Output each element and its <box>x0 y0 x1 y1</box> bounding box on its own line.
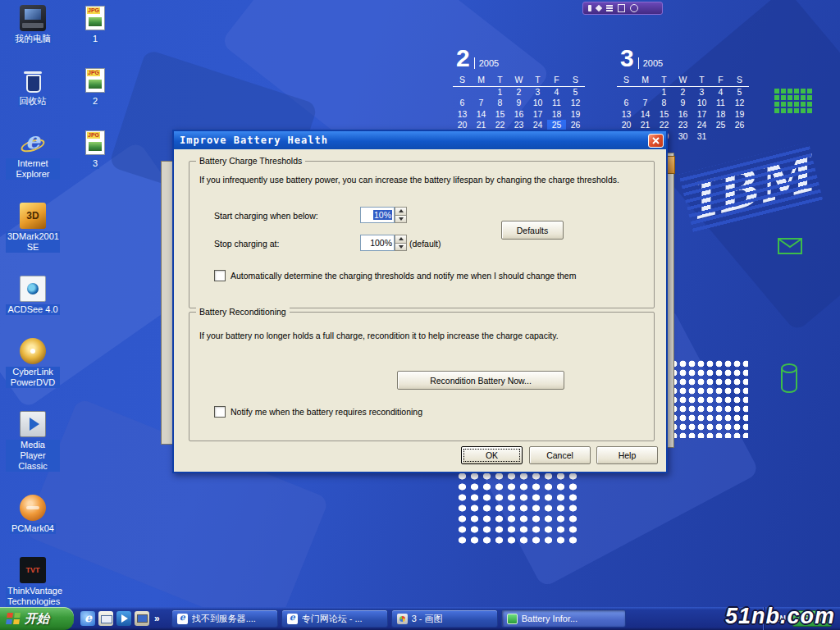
status-widget-bar[interactable] <box>582 2 663 15</box>
spinner-down-icon[interactable] <box>395 216 407 224</box>
calendar-day-header: M <box>472 74 491 87</box>
calendar-day-cell: 15 <box>491 109 509 120</box>
windows-flag-icon <box>6 613 21 625</box>
task-button[interactable]: 找不到服务器.... <box>171 609 278 628</box>
calendar-day-cell: 18 <box>547 109 566 120</box>
desktop-icon-powerdvd[interactable]: CyberLink PowerDVD <box>5 338 61 388</box>
task-button[interactable]: 专门网论坛 - ... <box>281 609 388 628</box>
desktop-icon-recycle[interactable]: 回收站 <box>5 67 61 107</box>
calendar-day-header: F <box>711 74 730 87</box>
calendar-day-cell: 1 <box>655 87 673 98</box>
dialog-titlebar[interactable]: Improve Battery Health <box>174 131 666 149</box>
calendar-day-header: T <box>655 74 673 87</box>
jpg-file-icon: JPG <box>85 130 105 155</box>
desktop-icon[interactable] <box>135 611 149 626</box>
start-button[interactable]: 开始 <box>0 607 74 630</box>
calendar-title: 22005 <box>456 43 585 71</box>
checkbox-label: Automatically determine the charging thr… <box>231 271 576 281</box>
media-icon[interactable] <box>116 611 131 626</box>
cancel-button[interactable]: Cancel <box>529 446 591 464</box>
calendar-day-header: S <box>566 74 585 87</box>
default-note: (default) <box>409 236 441 251</box>
calendar-day-cell: 12 <box>566 98 585 108</box>
close-button[interactable] <box>648 134 664 148</box>
widget-diamond-icon[interactable] <box>596 5 602 11</box>
desktop-icon-label: 3DMark2001 SE <box>6 231 60 253</box>
stop-threshold-spinner[interactable]: 100% <box>360 235 407 251</box>
calendar-day-cell: 13 <box>453 109 472 120</box>
desktop-icon-column: 我的电脑回收站Internet Explorer3DMark2001 SEACD… <box>5 5 61 607</box>
task-button[interactable]: 3 - 画图 <box>391 609 498 628</box>
checkbox-box[interactable] <box>214 270 226 281</box>
widget-phone-icon[interactable] <box>588 5 591 11</box>
battery-reconditioning-group: Battery Reconditioning If your battery n… <box>189 312 655 441</box>
group-title: Battery Charge Thresholds <box>196 156 305 166</box>
desktop-icon-acdsee[interactable]: ACDSee 4.0 <box>5 276 61 315</box>
desktop-icon-label: ACDSee 4.0 <box>6 304 59 315</box>
calendar-day-cell: 15 <box>655 109 673 120</box>
mail-icon[interactable] <box>98 611 113 626</box>
desktop-icon-3dmark[interactable]: 3DMark2001 SE <box>5 203 61 253</box>
spinner-up-icon[interactable] <box>395 235 407 244</box>
widget-clock-icon[interactable] <box>630 4 638 12</box>
checkbox-box[interactable] <box>214 406 226 418</box>
stop-threshold-value[interactable]: 100% <box>360 235 395 251</box>
spinner-down-icon[interactable] <box>395 244 407 252</box>
task-button[interactable]: Battery Infor... <box>501 609 626 628</box>
start-threshold-spinner[interactable]: 10% <box>360 207 407 223</box>
calendar-day-cell: 4 <box>547 87 566 98</box>
desktop-file-1[interactable]: JPG1 <box>72 5 118 44</box>
recondition-battery-button[interactable]: Recondition Battery Now... <box>397 371 564 390</box>
desktop-icon-mpc[interactable]: Media Player Classic <box>5 411 61 472</box>
desktop-icon-label: ThinkVantage Technologies <box>6 586 60 607</box>
spreadsheet-icon <box>774 89 812 116</box>
dialog-content: Battery Charge Thresholds If you infrequ… <box>174 149 666 472</box>
calendar-day-header: T <box>692 74 711 87</box>
start-threshold-value[interactable]: 10% <box>360 207 395 223</box>
ie-icon[interactable] <box>80 611 95 626</box>
calendar-day-cell: 8 <box>491 98 509 108</box>
ok-button[interactable]: OK <box>461 446 523 464</box>
notify-recondition-checkbox[interactable]: Notify me when the battery requires reco… <box>214 406 422 418</box>
battery-charge-thresholds-group: Battery Charge Thresholds If you infrequ… <box>189 161 655 308</box>
widget-bars-icon[interactable] <box>606 7 613 9</box>
battery-icon <box>507 614 518 624</box>
task-button-label: 找不到服务器.... <box>192 613 256 625</box>
desktop-file-3[interactable]: JPG3 <box>72 130 118 169</box>
ie-icon <box>20 130 46 156</box>
paint-icon <box>397 614 408 624</box>
calendar-month-2: 22005SMTWTFS1234567891011121314151617181… <box>453 43 585 142</box>
calendar-month-3: 32005SMTWTFS1234567891011121314151617181… <box>617 43 749 142</box>
calendar-day-cell: 12 <box>730 98 749 108</box>
desktop-file-2[interactable]: JPG2 <box>72 67 118 107</box>
calendar-day-cell: 9 <box>509 98 528 108</box>
jpg-thumbnail <box>89 80 102 89</box>
defaults-button[interactable]: Defaults <box>501 221 564 240</box>
jpg-thumbnail <box>89 17 102 26</box>
quick-launch-overflow[interactable]: » <box>153 613 162 624</box>
3dmark-icon <box>20 203 46 229</box>
calendar-day-header: F <box>547 74 566 87</box>
calendar-day-cell: 31 <box>692 131 711 142</box>
calendar-day-cell: 19 <box>566 109 585 120</box>
improve-battery-health-dialog: Improve Battery Health Battery Charge Th… <box>172 130 668 473</box>
help-button[interactable]: Help <box>596 446 658 464</box>
desktop-icon-label: 我的电脑 <box>13 34 52 44</box>
widget-window-icon[interactable] <box>618 4 625 12</box>
desktop-icon-pcmark[interactable]: PCMark04 <box>5 495 61 534</box>
background-window-edge[interactable] <box>161 161 173 445</box>
recycle-icon <box>20 67 46 94</box>
desktop-icon-ie[interactable]: Internet Explorer <box>5 130 61 180</box>
powerdvd-icon <box>20 338 46 364</box>
desktop-icon-computer[interactable]: 我的电脑 <box>5 5 61 44</box>
desktop-icon-thinkvantage[interactable]: ThinkVantage Technologies <box>5 557 61 607</box>
ie-icon <box>177 614 188 624</box>
start-charging-label: Start charging when below: <box>214 208 318 223</box>
calendar-month-number: 3 <box>620 46 634 71</box>
spinner-up-icon[interactable] <box>395 207 407 216</box>
calendar-day-cell: 16 <box>673 109 692 120</box>
auto-thresholds-checkbox[interactable]: Automatically determine the charging thr… <box>214 270 576 281</box>
calendar-day-cell <box>472 87 491 98</box>
desktop-icon-label: 回收站 <box>18 96 48 107</box>
calendar-day-cell: 26 <box>730 120 749 130</box>
